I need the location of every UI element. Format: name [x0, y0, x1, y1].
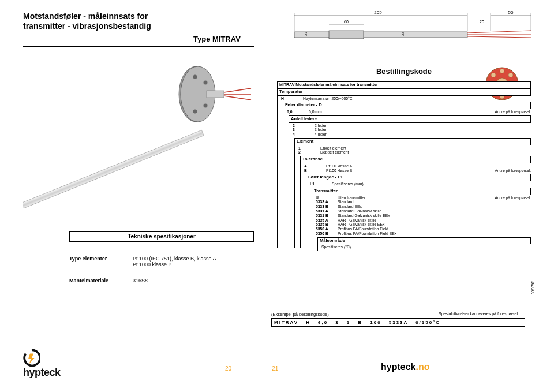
range-header: Måleområde [317, 237, 531, 245]
svg-rect-1 [329, 31, 364, 39]
footer: hypteck 20 21 hypteck.no [0, 349, 554, 387]
divider [23, 46, 254, 47]
svg-line-27 [224, 88, 251, 92]
type-label: Type MITRAV [193, 35, 241, 43]
document-title-block: Motstandsføler - måleinnsats for transmi… [23, 12, 190, 31]
website: hypteck.no [381, 362, 429, 372]
svg-line-29 [224, 96, 251, 100]
special-note: Spesialutførelser kan leveres på forespø… [439, 312, 525, 316]
spec-label-mantle: Mantelmateriale [69, 278, 133, 283]
leads-header: Antall ledere [289, 115, 531, 123]
svg-rect-26 [207, 91, 224, 98]
svg-text:50: 50 [508, 10, 514, 15]
length-header: Føler lengde - L1 [306, 174, 531, 181]
product-row: MITRAV Motstandsføler måleinnsats for tr… [277, 81, 531, 88]
title-line2: transmitter - vibrasjonsbestandig [23, 21, 190, 31]
svg-text:D1: D1 [304, 32, 308, 36]
leads-items: 22 leder 33 leder 44 leder [289, 123, 531, 138]
tolerance-header: Toleranse [300, 156, 531, 163]
svg-rect-0 [294, 32, 467, 38]
temperature-header: Temperatur [277, 88, 531, 96]
svg-text:20: 20 [480, 20, 484, 24]
tech-spec-heading: Tekniske spesifikasjoner [69, 231, 254, 242]
revision-date: 08/07/01 [531, 280, 535, 294]
element-header: Element [294, 138, 531, 145]
svg-text:60: 60 [344, 20, 349, 24]
svg-text:205: 205 [374, 10, 382, 15]
title-line1: Motstandsføler - måleinnsats for [23, 12, 190, 21]
svg-point-23 [193, 110, 197, 114]
ordering-code-block: Bestillingskode MITRAV Motstandsføler må… [277, 65, 531, 251]
svg-text:D2: D2 [401, 32, 405, 36]
svg-point-22 [193, 75, 197, 79]
ordering-heading: Bestillingskode [277, 65, 531, 81]
probe-drawing [23, 58, 254, 208]
diameter-header: Føler diameter - D [283, 102, 531, 109]
svg-point-24 [204, 81, 208, 85]
brand-logo: hypteck [23, 349, 61, 379]
top-dimension-drawing: 205 50 60 20 D1 D2 [289, 9, 537, 55]
svg-point-25 [204, 104, 208, 108]
transmitter-header: Transmitter [312, 188, 531, 195]
svg-line-2 [467, 31, 531, 33]
tech-spec-block: Tekniske spesifikasjoner Type elementer … [69, 231, 254, 294]
svg-rect-18 [23, 130, 204, 208]
logo-icon [23, 349, 40, 367]
page-numbers: 20 21 [225, 365, 278, 372]
spec-label-elements: Type elementer [69, 256, 133, 267]
svg-line-4 [467, 36, 531, 38]
